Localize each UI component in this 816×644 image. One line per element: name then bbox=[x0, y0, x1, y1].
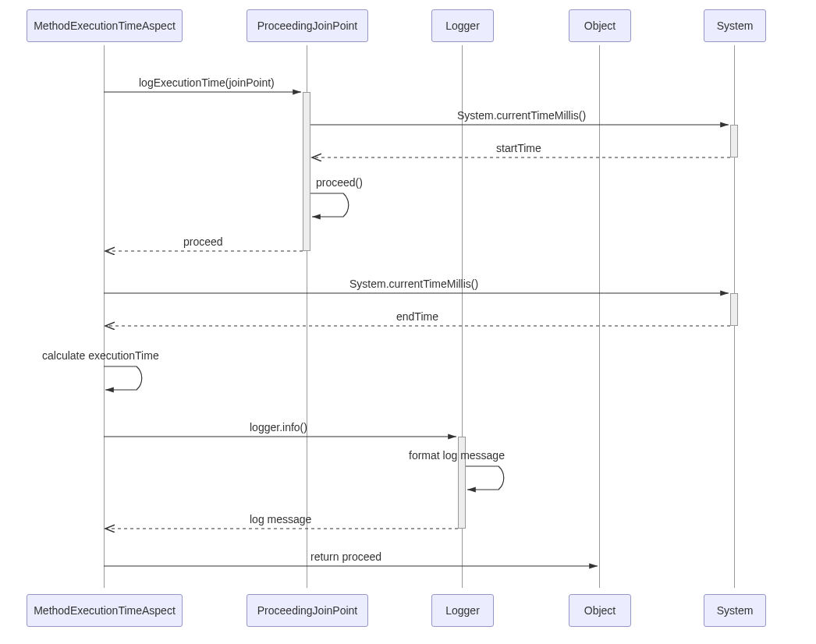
actor-logger-bottom: Logger bbox=[431, 594, 494, 627]
lifeline-aspect bbox=[104, 45, 105, 588]
actor-object-bottom: Object bbox=[569, 594, 631, 627]
actor-system-top: System bbox=[704, 9, 766, 42]
actor-joinpoint-bottom: ProceedingJoinPoint bbox=[247, 594, 368, 627]
actor-system-bottom: System bbox=[704, 594, 766, 627]
msg-loggerinfo: logger.info() bbox=[250, 421, 307, 433]
actor-label: System bbox=[717, 19, 754, 32]
actor-logger-top: Logger bbox=[431, 9, 494, 42]
msg-currenttimemillis-1: System.currentTimeMillis() bbox=[457, 109, 586, 122]
actor-object-top: Object bbox=[569, 9, 631, 42]
actor-label: MethodExecutionTimeAspect bbox=[34, 604, 176, 617]
lifeline-object bbox=[599, 45, 600, 588]
sequence-diagram: MethodExecutionTimeAspect ProceedingJoin… bbox=[0, 0, 816, 644]
msg-calculate: calculate executionTime bbox=[42, 349, 159, 362]
msg-proceed-call: proceed() bbox=[316, 176, 363, 189]
actor-label: System bbox=[717, 604, 754, 617]
msg-logexecutiontime: logExecutionTime(joinPoint) bbox=[139, 76, 275, 89]
actor-aspect-top: MethodExecutionTimeAspect bbox=[27, 9, 183, 42]
msg-endtime: endTime bbox=[396, 310, 438, 323]
msg-currenttimemillis-2: System.currentTimeMillis() bbox=[349, 278, 478, 290]
actor-label: ProceedingJoinPoint bbox=[257, 19, 357, 32]
actor-label: Object bbox=[584, 19, 616, 32]
msg-logmessage: log message bbox=[250, 513, 311, 525]
actor-label: Object bbox=[584, 604, 616, 617]
msg-returnproceed: return proceed bbox=[310, 550, 381, 563]
actor-joinpoint-top: ProceedingJoinPoint bbox=[247, 9, 368, 42]
actor-label: Logger bbox=[445, 604, 480, 617]
actor-label: ProceedingJoinPoint bbox=[257, 604, 357, 617]
msg-starttime: startTime bbox=[496, 142, 541, 154]
actor-label: Logger bbox=[445, 19, 480, 32]
actor-aspect-bottom: MethodExecutionTimeAspect bbox=[27, 594, 183, 627]
activation-system-1 bbox=[730, 125, 738, 157]
activation-system-2 bbox=[730, 293, 738, 326]
activation-joinpoint bbox=[303, 92, 310, 251]
msg-formatlog: format log message bbox=[409, 449, 505, 462]
actor-label: MethodExecutionTimeAspect bbox=[34, 19, 176, 32]
msg-proceed-return: proceed bbox=[183, 235, 223, 248]
